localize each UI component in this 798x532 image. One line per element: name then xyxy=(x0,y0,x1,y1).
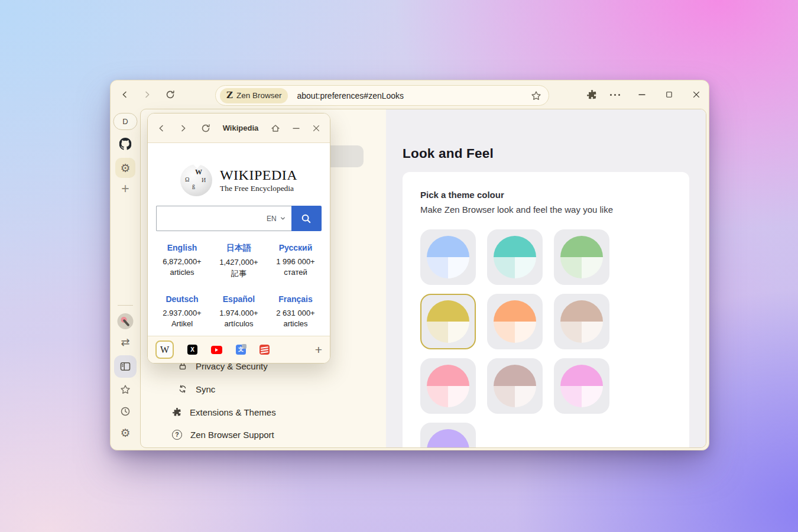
todoist-favicon[interactable] xyxy=(259,345,270,355)
puzzle-icon xyxy=(172,407,181,417)
sidebar-toggle-button-active[interactable] xyxy=(114,355,137,378)
wiki-search-input[interactable] xyxy=(157,206,264,231)
url-text[interactable]: about:preferences#zenLooks xyxy=(297,91,531,100)
theme-swatch-circle xyxy=(494,365,536,407)
theme-swatch-mauve[interactable] xyxy=(487,358,543,414)
x-favicon[interactable]: X xyxy=(187,345,197,355)
theme-swatch-circle xyxy=(427,429,469,448)
page-title: Look and Feel xyxy=(403,146,494,161)
minimize-button[interactable] xyxy=(635,87,649,102)
settings-icon[interactable]: ⚙ xyxy=(120,427,130,439)
pip-title: Wikipedia xyxy=(211,124,270,132)
theme-swatch-circle xyxy=(560,300,603,343)
language-count: 2 631 000+ xyxy=(267,309,324,317)
theme-swatch-green[interactable] xyxy=(554,229,609,285)
browser-sidebar: D ⚙ + ⇄ ⚙ xyxy=(111,109,140,450)
new-tab-button[interactable]: + xyxy=(121,181,129,197)
theme-swatch-circle xyxy=(560,236,603,278)
wikipedia-page: WΩИß WIKIPEDIA The Free Encyclopedia EN xyxy=(148,143,330,336)
language-count: 1.974.000+ xyxy=(210,309,267,317)
wiki-search-button[interactable] xyxy=(291,206,322,231)
workspace-pill[interactable]: D xyxy=(113,113,138,130)
language-french: Français 2 631 000+ articles xyxy=(267,294,324,328)
site-chip-label: Zen Browser xyxy=(236,91,282,100)
wikipedia-tagline: The Free Encyclopedia xyxy=(220,184,297,193)
theme-card-subtitle: Make Zen Browser look and feel the way y… xyxy=(420,205,613,215)
pinned-avatar-icon[interactable] xyxy=(118,313,134,329)
theme-swatch-tan[interactable] xyxy=(554,294,609,349)
magnifier-icon xyxy=(301,213,312,224)
wikipedia-wordmark: WIKIPEDIA xyxy=(220,167,297,183)
theme-swatch-pink[interactable] xyxy=(420,358,476,414)
wiki-language-selector[interactable]: EN xyxy=(267,215,286,223)
settings-nav-sync[interactable]: Sync xyxy=(178,381,215,397)
pip-close-button[interactable] xyxy=(312,124,321,133)
theme-card: Pick a theme colour Make Zen Browser loo… xyxy=(403,172,689,448)
pip-add-site-button[interactable]: + xyxy=(315,343,322,356)
settings-nav-support[interactable]: ? Zen Browser Support xyxy=(172,427,274,442)
google-translate-favicon[interactable]: 文 xyxy=(236,345,246,355)
github-tab-icon[interactable] xyxy=(119,138,132,150)
language-link[interactable]: Français xyxy=(278,294,313,304)
sync-icon xyxy=(178,384,187,394)
maximize-button[interactable] xyxy=(662,87,676,102)
language-count: 2.937.000+ xyxy=(154,309,210,317)
desktop: Z Zen Browser about:preferences#zenLooks… xyxy=(0,0,798,532)
menu-button[interactable] xyxy=(608,87,622,102)
settings-nav-label: Zen Browser Support xyxy=(190,430,274,440)
language-label: 記事 xyxy=(210,268,267,279)
language-count: 6,872,000+ xyxy=(154,257,210,266)
wikipedia-search-bar: EN xyxy=(156,206,322,231)
language-link[interactable]: Русский xyxy=(279,243,313,252)
language-russian: Русский 1 996 000+ статей xyxy=(267,242,324,279)
workspace-switch-icon[interactable]: ⇄ xyxy=(121,337,129,348)
language-label: Artikel xyxy=(154,319,210,328)
theme-swatch-magenta[interactable] xyxy=(554,358,609,414)
language-link[interactable]: Español xyxy=(223,294,255,304)
pip-reload-button[interactable] xyxy=(200,123,211,134)
browser-window: Z Zen Browser about:preferences#zenLooks… xyxy=(110,80,709,450)
bookmarks-icon[interactable] xyxy=(120,384,131,395)
youtube-favicon[interactable] xyxy=(211,346,222,354)
url-bar[interactable]: Z Zen Browser about:preferences#zenLooks xyxy=(215,85,549,106)
forward-button[interactable] xyxy=(140,87,154,102)
wikipedia-language-grid: English 6,872,000+ articles 日本語 1,427,00… xyxy=(148,242,330,328)
back-button[interactable] xyxy=(118,87,132,102)
wikipedia-globe-logo: WΩИß xyxy=(180,164,212,196)
theme-swatch-circle xyxy=(494,300,536,343)
site-identity-chip[interactable]: Z Zen Browser xyxy=(220,88,288,103)
language-count: 1,427,000+ xyxy=(210,258,267,267)
pip-back-button[interactable] xyxy=(157,124,166,133)
close-button[interactable] xyxy=(689,87,703,102)
theme-swatch-yellow[interactable] xyxy=(420,294,476,349)
wiki-language-code: EN xyxy=(267,215,277,223)
theme-swatch-blue[interactable] xyxy=(420,229,476,285)
theme-swatch-circle xyxy=(560,365,603,407)
pip-home-button[interactable] xyxy=(270,123,281,134)
reload-button[interactable] xyxy=(163,87,177,102)
theme-swatch-circle xyxy=(427,300,469,343)
ellipsis-icon xyxy=(610,94,620,96)
language-label: articles xyxy=(267,319,324,328)
theme-swatch-purple[interactable] xyxy=(420,423,476,448)
theme-swatch-teal[interactable] xyxy=(487,229,543,285)
pip-forward-button[interactable] xyxy=(179,124,188,133)
extensions-button[interactable] xyxy=(585,87,599,102)
history-icon[interactable] xyxy=(120,406,131,417)
settings-tab-icon-active[interactable]: ⚙ xyxy=(115,158,135,178)
settings-nav-label: Sync xyxy=(196,384,215,394)
pip-favicon-bar: W X 文 + xyxy=(148,336,330,363)
pip-window: Wikipedia WΩИß WIKIPEDIA The Free Encycl… xyxy=(147,113,330,364)
language-label: статей xyxy=(267,268,324,277)
language-link[interactable]: 日本語 xyxy=(226,243,251,252)
language-link[interactable]: Deutsch xyxy=(166,294,198,304)
language-link[interactable]: English xyxy=(167,243,197,252)
theme-swatch-orange[interactable] xyxy=(487,294,543,349)
bookmark-star-icon[interactable] xyxy=(531,90,541,101)
settings-nav-extensions[interactable]: Extensions & Themes xyxy=(172,404,276,420)
pip-minimize-button[interactable] xyxy=(291,124,301,133)
language-english: English 6,872,000+ articles xyxy=(154,242,210,279)
wikipedia-favicon-active[interactable]: W xyxy=(155,340,174,359)
sidebar-divider xyxy=(118,305,133,306)
language-spanish: Español 1.974.000+ artículos xyxy=(210,294,267,328)
